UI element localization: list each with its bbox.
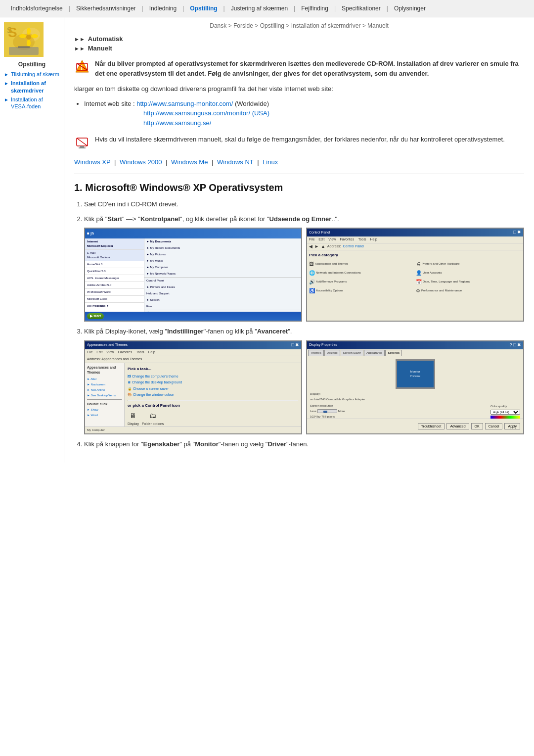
warning-box-1: ! Når du bliver prompted af operativsyst…	[74, 59, 524, 78]
screenshot-row-1: ■ jh InternetMicrosoft Explorer E-mailMi…	[84, 228, 524, 322]
step-4: Klik på knappen for "Egenskaber" på "Mon…	[84, 439, 524, 449]
link-samsung-usa[interactable]: http://www.samsungusa.com/monitor/ (USA)	[143, 108, 524, 118]
warning-icon-2	[74, 135, 90, 150]
warning-icon-1: !	[74, 59, 90, 75]
apply-btn[interactable]: Apply	[504, 423, 520, 429]
sidebar-link-tilslutning[interactable]: ► Tilslutning af skærm	[4, 71, 60, 78]
top-navigation: Indholdsfortegnelse | Sikkerhedsanvisnin…	[0, 0, 534, 17]
sidebar-link-installation-skarm[interactable]: ► Installation af skærmdriver	[4, 80, 60, 94]
step-2-bold-1: Start	[107, 215, 122, 223]
os-sep-3: |	[212, 158, 215, 166]
step-4-bold-2: Monitor	[195, 440, 219, 448]
section-title: 1. Microsoft® Windows® XP Operativsystem	[74, 182, 524, 193]
link-samsung-se[interactable]: http://www.samsung.se/	[143, 118, 524, 128]
step-2-bold-2: Kontrolpanel	[140, 215, 180, 223]
step-2-bold-3: Udseende og Emner	[269, 215, 332, 223]
arrow-icon-2: ►	[4, 80, 9, 87]
warning-box-2: Hvis du vil installere skærmdriveren man…	[74, 135, 524, 150]
screenshot-row-2: Appearances and Themes □ ✖ FileEditViewF…	[84, 340, 524, 434]
sidebar-link-label-3: Installation af VESA-foden	[11, 96, 60, 110]
nav-item-opstilling[interactable]: Opstilling	[184, 3, 223, 14]
sidebar-link-label-1: Tilslutning af skærm	[11, 71, 59, 78]
link-item-1: Internet web site : http://www.samsung-m…	[84, 99, 524, 128]
sidebar: S Opstilling ► Tilslutning af skærm ►	[0, 17, 64, 463]
svg-line-17	[77, 138, 88, 146]
svg-rect-10	[9, 47, 39, 55]
ok-btn[interactable]: OK	[471, 423, 483, 429]
step-4-bold-1: Egenskaber	[143, 440, 180, 448]
nav-item-oplysninger[interactable]: Oplysninger	[388, 3, 432, 14]
step-4-text: Klik på knappen for "Egenskaber" på "Mon…	[84, 440, 309, 448]
nav-item-specifikationer[interactable]: Specifikationer	[336, 3, 387, 14]
svg-text:S: S	[7, 26, 12, 35]
arrow-icon-3: ►	[4, 96, 9, 103]
svg-point-5	[27, 28, 31, 35]
nav-item-sikkerhed[interactable]: Sikkerhedsanvisninger	[70, 3, 142, 14]
nav-item-indholdsfortegnelse[interactable]: Indholdsfortegnelse	[5, 3, 69, 14]
step-3-text: Klik på Display-ikonet, vælg "Indstillin…	[84, 328, 292, 335]
sidebar-category: Opstilling	[4, 61, 60, 68]
quicklink-automatisk[interactable]: ►► Automatisk	[74, 35, 524, 43]
os-link-win2000[interactable]: Windows 2000	[120, 158, 162, 166]
step-3-bold-1: Indstillinger	[167, 328, 204, 335]
advanced-btn[interactable]: Advanced	[446, 423, 469, 429]
os-link-winxp[interactable]: Windows XP	[74, 158, 110, 166]
warning-bold-1: Når du bliver prompted af operativsystem…	[95, 60, 519, 77]
double-arrow-icon-2: ►►	[74, 46, 85, 51]
quicklink-label-automatisk: Automatisk	[88, 35, 123, 43]
screenshot-appearances: Appearances and Themes □ ✖ FileEditViewF…	[84, 340, 302, 434]
step-3: Klik på Display-ikonet, vælg "Indstillin…	[84, 327, 524, 434]
quicklink-label-manuelt: Manuelt	[88, 45, 112, 52]
step-3-bold-2: Avanceret	[257, 328, 288, 335]
svg-point-9	[26, 35, 31, 40]
sidebar-logo: S	[4, 22, 44, 57]
step-1: Sæt CD'en ind i CD-ROM drevet.	[84, 199, 524, 209]
step-2-text: Klik på "Start" —> "Kontrolpanel", og kl…	[84, 215, 339, 223]
os-sep-4: |	[257, 158, 261, 166]
svg-rect-11	[18, 46, 30, 48]
svg-rect-18	[80, 146, 84, 147]
screenshot-startmenu: ■ jh InternetMicrosoft Explorer E-mailMi…	[84, 228, 302, 322]
warning-text-2: Hvis du vil installere skærmdriveren man…	[95, 135, 505, 144]
step-4-bold-3: Driver	[267, 440, 286, 448]
os-links: Windows XP | Windows 2000 | Windows Me |…	[74, 158, 524, 166]
main-content: Dansk > Forside > Opstilling > Installat…	[64, 17, 534, 463]
step-1-text: Sæt CD'en ind i CD-ROM drevet.	[84, 200, 178, 208]
nav-item-indledning[interactable]: Indledning	[143, 3, 182, 14]
os-link-winnt[interactable]: Windows NT	[217, 158, 253, 166]
link-samsung-worldwide[interactable]: http://www.samsung-monitor.com/	[136, 100, 233, 107]
section-divider	[74, 174, 524, 174]
os-sep-2: |	[166, 158, 169, 166]
sidebar-link-label-2: Installation af skærmdriver	[11, 80, 60, 94]
quicklink-manuelt[interactable]: ►► Manuelt	[74, 45, 524, 52]
os-sep-1: |	[114, 158, 118, 166]
breadcrumb: Dansk > Forside > Opstilling > Installat…	[74, 22, 524, 29]
body-text-1: klargør en tom diskette og download driv…	[74, 84, 524, 94]
double-arrow-icon-1: ►►	[74, 36, 85, 42]
arrow-icon-1: ►	[4, 71, 9, 78]
warning-text-1: Når du bliver prompted af operativsystem…	[95, 59, 524, 78]
steps-list: Sæt CD'en ind i CD-ROM drevet. Klik på "…	[84, 199, 524, 449]
step-2: Klik på "Start" —> "Kontrolpanel", og kl…	[84, 214, 524, 322]
svg-point-8	[19, 34, 26, 38]
cancel-btn[interactable]: Cancel	[485, 423, 503, 429]
sidebar-link-installation-vesa[interactable]: ► Installation af VESA-foden	[4, 96, 60, 110]
screenshot-controlpanel: Control Panel □ ✖ FileEditViewFavoritesT…	[306, 228, 524, 322]
svg-point-7	[27, 40, 31, 47]
nav-item-fejlfinding[interactable]: Fejlfinding	[295, 3, 334, 14]
os-link-linux[interactable]: Linux	[263, 158, 278, 166]
troubleshoot-btn[interactable]: Troubleshoot	[418, 423, 445, 429]
quick-links: ►► Automatisk ►► Manuelt	[74, 35, 524, 52]
screenshot-displayprops: Display Properties ? □ ✖ Themes Desktop …	[306, 340, 524, 434]
nav-item-justering[interactable]: Justering af skærmen	[225, 3, 294, 14]
svg-point-6	[31, 34, 38, 38]
svg-rect-19	[79, 147, 86, 148]
main-container: S Opstilling ► Tilslutning af skærm ►	[0, 17, 534, 463]
os-link-winme[interactable]: Windows Me	[171, 158, 208, 166]
links-list: Internet web site : http://www.samsung-m…	[84, 99, 524, 128]
